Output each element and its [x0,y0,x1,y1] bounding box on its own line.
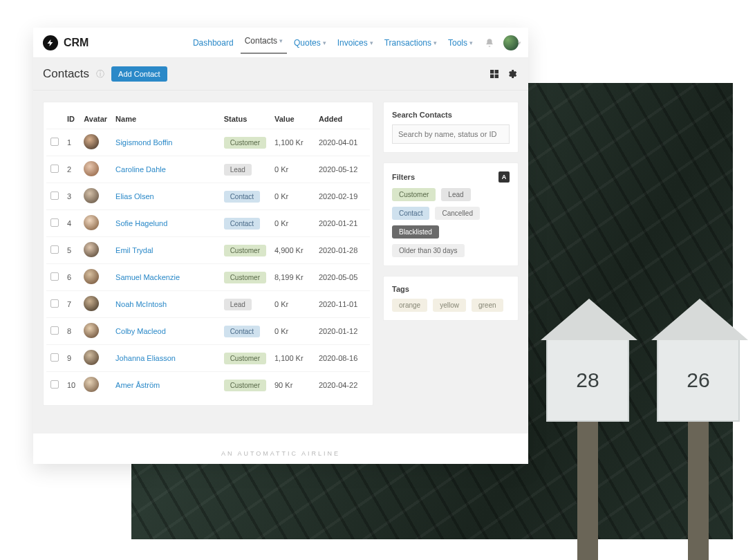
cell-added: 2020-04-22 [315,372,370,399]
avatar[interactable] [84,215,99,230]
contact-name-link[interactable]: Elias Olsen [115,192,154,200]
avatar[interactable] [84,242,99,257]
cell-id: 3 [63,183,80,210]
tags-title: Tags [392,285,510,293]
avatar[interactable] [84,161,99,176]
row-checkbox[interactable] [50,192,59,200]
user-avatar-menu[interactable]: ▾ [503,35,519,50]
footer-brand: AN AUTOMATTIC AIRLINE [33,433,528,464]
row-checkbox[interactable] [50,380,59,389]
row-checkbox[interactable] [50,138,59,146]
table-row[interactable]: 7Noah McIntoshLead0 Kr2020-11-01 [46,291,370,318]
contact-name-link[interactable]: Samuel Mackenzie [115,273,180,281]
topbar: CRM Dashboard Contacts▾ Quotes▾ Invoices… [33,28,528,58]
status-badge: Customer [224,137,266,149]
mailbox-left: 28 [546,339,629,422]
mailbox-right: 26 [657,339,740,422]
avatar[interactable] [84,134,99,149]
row-checkbox[interactable] [50,218,59,227]
search-input[interactable] [392,124,510,144]
cell-value: 1,100 Kr [270,129,315,156]
search-panel: Search Contacts [383,102,519,153]
col-value[interactable]: Value [270,109,315,129]
contact-name-link[interactable]: Emil Trydal [115,246,153,254]
contact-name-link[interactable]: Johanna Eliasson [115,354,176,362]
mailbox-left-number: 28 [576,368,599,392]
nav-tools[interactable]: Tools▾ [444,34,477,52]
nav-quotes[interactable]: Quotes▾ [290,34,330,52]
filter-chip-blacklisted[interactable]: Blacklisted [392,225,439,239]
card-view-icon[interactable] [488,68,501,80]
status-badge: Customer [224,245,266,256]
info-icon[interactable]: ⓘ [96,68,104,80]
row-checkbox[interactable] [50,353,59,362]
chevron-down-icon: ▾ [518,39,521,46]
search-title: Search Contacts [392,111,510,119]
table-row[interactable]: 2Caroline DahleLead0 Kr2020-05-12 [46,156,370,183]
row-checkbox[interactable] [50,326,59,335]
add-contact-button[interactable]: Add Contact [111,66,167,82]
filter-chip-lead[interactable]: Lead [441,188,470,201]
avatar[interactable] [84,377,99,392]
contact-name-link[interactable]: Noah McIntosh [115,300,167,308]
notifications-icon[interactable] [484,37,495,48]
col-name[interactable]: Name [111,109,220,129]
col-status[interactable]: Status [220,109,270,129]
table-row[interactable]: 8Colby MacleodContact0 Kr2020-01-12 [46,318,370,345]
contact-name-link[interactable]: Caroline Dahle [115,165,166,174]
tag-chip-yellow[interactable]: yellow [433,299,466,312]
avatar[interactable] [84,269,99,284]
cell-id: 10 [63,372,80,399]
content-area: ID Avatar Name Status Value Added 1Sigis… [33,91,528,433]
col-added[interactable]: Added [315,109,370,129]
main-nav: Dashboard Contacts▾ Quotes▾ Invoices▾ Tr… [189,32,519,54]
contact-name-link[interactable]: Sigismond Boffin [115,138,172,147]
tag-chip-orange[interactable]: orange [392,299,427,312]
side-column: Search Contacts Filters A Customer Lead … [383,102,519,406]
table-row[interactable]: 10Amer ÅströmCustomer90 Kr2020-04-22 [46,372,370,399]
filter-chip-customer[interactable]: Customer [392,188,436,201]
filter-chip-contact[interactable]: Contact [392,207,429,220]
table-row[interactable]: 6Samuel MackenzieCustomer8,199 Kr2020-05… [46,264,370,291]
app-logo[interactable]: CRM [43,35,88,50]
filters-sort-icon[interactable]: A [498,171,510,183]
chevron-down-icon: ▾ [370,39,373,46]
filter-chip-older[interactable]: Older than 30 days [392,244,465,257]
avatar[interactable] [84,188,99,203]
chevron-down-icon: ▾ [434,39,437,46]
mailbox-post-right [688,422,709,560]
filter-chip-cancelled[interactable]: Cancelled [435,207,479,220]
nav-transactions[interactable]: Transactions▾ [380,34,441,52]
table-row[interactable]: 4Sofie HagelundContact0 Kr2020-01-21 [46,210,370,237]
tag-chip-green[interactable]: green [472,299,503,312]
cell-value: 0 Kr [270,183,315,210]
table-row[interactable]: 5Emil TrydalCustomer4,900 Kr2020-01-28 [46,237,370,264]
nav-invoices[interactable]: Invoices▾ [333,34,378,52]
contact-name-link[interactable]: Colby Macleod [115,327,166,335]
row-checkbox[interactable] [50,165,59,173]
lightning-icon [43,35,58,50]
nav-dashboard[interactable]: Dashboard [189,34,238,52]
row-checkbox[interactable] [50,272,59,281]
cell-id: 7 [63,291,80,318]
filters-title: Filters [392,173,415,181]
col-id[interactable]: ID [63,109,80,129]
table-row[interactable]: 9Johanna EliassonCustomer1,100 Kr2020-08… [46,345,370,372]
contacts-table-panel: ID Avatar Name Status Value Added 1Sigis… [43,102,373,406]
avatar[interactable] [84,296,99,311]
table-row[interactable]: 1Sigismond BoffinCustomer1,100 Kr2020-04… [46,129,370,156]
col-avatar[interactable]: Avatar [80,109,111,129]
contact-name-link[interactable]: Sofie Hagelund [115,219,167,227]
row-checkbox[interactable] [50,245,59,254]
row-checkbox[interactable] [50,299,59,308]
avatar[interactable] [84,323,99,338]
settings-gear-icon[interactable] [506,68,519,80]
cell-added: 2020-01-28 [315,237,370,264]
avatar[interactable] [84,350,99,365]
nav-contacts[interactable]: Contacts▾ [241,32,287,54]
mailbox-post-left [577,422,598,560]
page-title: Contacts [43,67,89,81]
table-row[interactable]: 3Elias OlsenContact0 Kr2020-02-19 [46,183,370,210]
contact-name-link[interactable]: Amer Åström [115,381,160,389]
cell-added: 2020-01-12 [315,318,370,345]
